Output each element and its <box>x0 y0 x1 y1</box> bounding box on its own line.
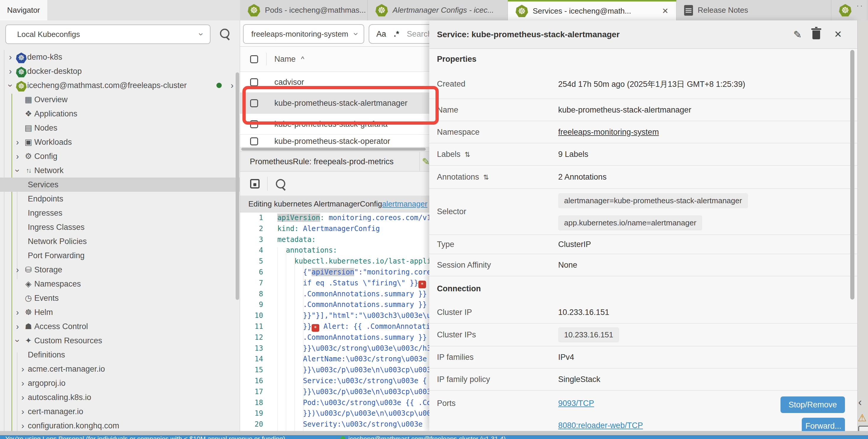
sidebar-item-label: acme.cert-manager.io <box>28 365 105 374</box>
chevron-right-icon[interactable]: › <box>12 322 23 332</box>
code-token: AlertmanagerConfig <box>303 225 380 233</box>
save-icon[interactable] <box>250 179 259 189</box>
panel-scrollbar[interactable] <box>850 50 855 300</box>
row-checkbox[interactable] <box>250 78 258 86</box>
kubeconfig-select[interactable]: Local Kubeconfigs › <box>5 25 211 44</box>
port-link[interactable]: 8080:reloader-web/TCP <box>558 421 643 430</box>
sidebar-item-endpoints[interactable]: Endpoints <box>0 192 240 206</box>
sidebar-item-workloads[interactable]: ›▣Workloads <box>0 135 240 149</box>
chevron-right-icon[interactable]: › <box>230 81 234 91</box>
sidebar-scrollbar[interactable] <box>236 72 239 300</box>
sidebar-item-definitions[interactable]: Definitions <box>0 348 240 362</box>
chevron-right-icon[interactable]: › <box>18 364 28 374</box>
delete-icon[interactable] <box>812 30 820 39</box>
code-text: }})\u003c/p\u003e\n\u003cp\u00 <box>263 408 429 419</box>
sort-toggle-icon[interactable]: ⇅ <box>484 173 489 181</box>
scrollbar-thumb[interactable] <box>241 148 426 151</box>
sidebar-item-access-control[interactable]: ›☗Access Control <box>0 319 240 334</box>
stop-remove-button[interactable]: Stop/Remove <box>780 397 845 413</box>
regex-icon[interactable]: .* <box>394 30 399 39</box>
sidebar-item-nodes[interactable]: ▤Nodes <box>0 121 240 135</box>
editor-search-icon[interactable] <box>276 179 285 189</box>
sidebar-item-custom-resources[interactable]: ›✦Custom Resources <box>0 334 240 348</box>
code-text: .CommonAnnotations.summary }} <box>263 289 427 300</box>
sort-toggle-icon[interactable]: ⇅ <box>465 151 470 158</box>
column-header-name[interactable]: Name <box>274 55 296 64</box>
sidebar-item-overview[interactable]: ▦Overview <box>0 93 240 107</box>
navigator-tab[interactable]: Navigator <box>0 0 47 21</box>
sidebar-item-configuration-konghq-com[interactable]: ›configuration.konghq.com <box>0 418 240 431</box>
select-all-checkbox[interactable] <box>250 55 258 63</box>
chevron-down-icon[interactable]: › <box>13 165 23 175</box>
code-token <box>277 300 303 309</box>
sidebar-item-events[interactable]: ◷Events <box>0 291 240 305</box>
chevron-right-icon[interactable]: › <box>5 52 16 62</box>
chevron-down-icon[interactable]: › <box>6 80 16 91</box>
chevron-right-icon[interactable]: › <box>18 393 28 402</box>
chevron-down-icon[interactable]: › <box>13 336 23 346</box>
close-tab-icon[interactable]: ✕ <box>661 6 670 16</box>
sidebar-item-docker-desktop[interactable]: ›☸docker-desktop <box>0 64 240 78</box>
edit-icon[interactable]: ✎ <box>794 29 802 40</box>
sidebar-item-demo-k8s[interactable]: ›☸demo-k8s <box>0 50 240 64</box>
code-token <box>277 420 303 428</box>
tab-release-notes[interactable]: Release Notes <box>676 0 831 21</box>
code-text: }}\u003c/strong\u003e\u003c/h3 <box>263 343 429 354</box>
sidebar-item-autoscaling-k8s-io[interactable]: ›autoscaling.k8s.io <box>0 390 240 404</box>
indent-guide <box>303 247 303 431</box>
sidebar-item-network[interactable]: ›↑↓Network <box>0 163 240 177</box>
sidebar-item-storage[interactable]: ›⛁Storage <box>0 263 240 277</box>
code-token <box>277 246 286 255</box>
sort-asc-icon[interactable]: ^ <box>301 55 304 63</box>
detail-label: Ports <box>437 399 558 408</box>
sidebar-item-config[interactable]: ›⚙Config <box>0 149 240 163</box>
list-toolbar: freeleaps-monitoring-system › Aa .* Sear… <box>240 21 429 47</box>
sidebar-item-ingress-classes[interactable]: Ingress Classes <box>0 220 240 234</box>
match-case-icon[interactable]: Aa <box>376 30 386 39</box>
tab-alertmanager-configs-icec[interactable]: ☸Alertmanager Configs - icec... <box>368 0 508 21</box>
sidebar-item-label: Ingresses <box>28 209 62 218</box>
close-icon[interactable]: ✕ <box>834 29 842 40</box>
forward-button[interactable]: Forward... <box>802 418 845 431</box>
sidebar-search-button[interactable] <box>220 29 229 39</box>
detail-value: 10.233.16.151 <box>558 308 609 317</box>
chevron-right-icon[interactable]: › <box>12 137 23 147</box>
sidebar-item-label: Config <box>34 152 57 161</box>
table-row-kube-prometheus-stack-operator[interactable]: kube-prometheus-stack-operator <box>240 135 429 148</box>
sidebar-item-port-forwarding[interactable]: Port Forwarding <box>0 248 240 263</box>
chevron-right-icon[interactable]: › <box>5 66 16 76</box>
sidebar-item-ingresses[interactable]: Ingresses <box>0 206 240 220</box>
edit-resource-icon[interactable]: ✎ <box>422 156 430 167</box>
sidebar-item-cert-manager-io[interactable]: ›cert-manager.io <box>0 404 240 418</box>
chevron-right-icon[interactable]: › <box>12 151 23 161</box>
chevron-right-icon[interactable]: › <box>12 265 23 275</box>
code-token: Severity:\u003c/strong\u003e <box>303 420 423 428</box>
namespace-select[interactable]: freeleaps-monitoring-system › <box>243 24 364 44</box>
chevron-right-icon[interactable]: › <box>18 407 28 416</box>
row-checkbox[interactable] <box>250 137 258 145</box>
code-line: 17 }}\u003c/p\u003e\n\u003cp\u003 <box>240 386 429 397</box>
tab-pods-icecheng-mathmas[interactable]: ☸Pods - icecheng@mathmas... <box>240 0 368 21</box>
sidebar-item-applications[interactable]: ❖Applications <box>0 107 240 121</box>
sidebar-item-argoproj-io[interactable]: ›argoproj.io <box>0 376 240 390</box>
chevron-right-icon[interactable]: › <box>18 421 28 431</box>
chevron-right-icon[interactable]: › <box>12 308 23 317</box>
sidebar-item-namespaces[interactable]: ◈Namespaces <box>0 277 240 291</box>
custom-icon: ✦ <box>23 336 34 345</box>
indent-guide <box>294 247 295 431</box>
list-horizontal-scrollbar[interactable] <box>240 147 429 151</box>
sidebar-item-helm[interactable]: ›☸Helm <box>0 305 240 319</box>
sidebar-item-acme-cert-manager-io[interactable]: ›acme.cert-manager.io <box>0 362 240 376</box>
sidebar-item-icecheng-mathmast-com-freeleaps-cluster[interactable]: ›☸icecheng@mathmast.com@freeleaps-cluste… <box>0 78 240 93</box>
code-line: 2kind: AlertmanagerConfig <box>240 223 429 234</box>
sidebar-item-services[interactable]: Services <box>0 177 240 192</box>
port-link[interactable]: 9093/TCP <box>558 399 594 408</box>
sidebar-item-network-policies[interactable]: Network Policies <box>0 234 240 248</box>
yaml-editor[interactable]: 1apiVersion: monitoring.coreos.com/v12ki… <box>240 212 429 431</box>
tab-services-icecheng-math[interactable]: ☸Services - icecheng@math...✕ <box>508 0 676 21</box>
editing-resource-link[interactable]: alertmanager <box>382 199 427 209</box>
namespace-link[interactable]: freeleaps-monitoring-system <box>558 128 659 137</box>
code-line: 4 annotations: <box>240 245 429 256</box>
status-cluster[interactable]: icecheng@mathmast.com@freeleaps-cluster … <box>341 435 506 439</box>
chevron-right-icon[interactable]: › <box>18 378 28 388</box>
